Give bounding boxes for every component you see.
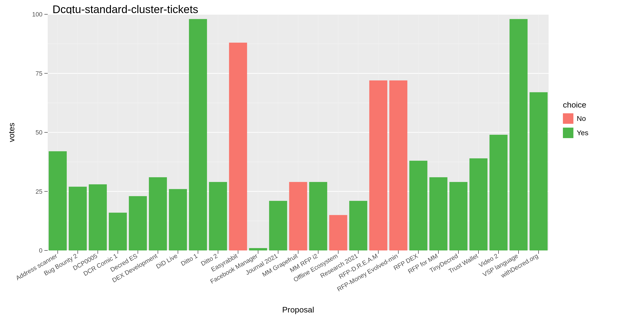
legend-label: Yes <box>577 129 588 137</box>
legend-title: choice <box>563 100 586 109</box>
chart-title: Dcqtu-standard-cluster-tickets <box>52 3 198 16</box>
legend-swatch <box>563 128 574 138</box>
bar <box>470 158 488 250</box>
bar <box>510 19 528 250</box>
bar <box>349 201 367 250</box>
y-tick-label: 25 <box>36 188 42 195</box>
legend-label: No <box>577 114 586 122</box>
bar <box>229 43 247 250</box>
y-axis-title: votes <box>7 122 16 142</box>
bar <box>409 161 428 250</box>
y-tick-label: 75 <box>36 70 42 77</box>
bar <box>169 189 187 250</box>
bar <box>269 201 287 250</box>
bar <box>249 248 267 250</box>
bar <box>49 151 67 250</box>
y-tick-label: 0 <box>39 247 42 254</box>
x-axis-title: Proposal <box>282 305 314 314</box>
bar <box>289 182 307 250</box>
bar-chart: Dcqtu-standard-cluster-tickets0255075100… <box>0 0 644 322</box>
bar <box>149 177 167 250</box>
bar <box>369 80 387 250</box>
bar <box>189 19 207 250</box>
x-tick-label: DiD Live <box>155 252 179 270</box>
y-tick-label: 50 <box>36 129 42 136</box>
bar <box>89 184 107 250</box>
chart-container: Dcqtu-standard-cluster-tickets0255075100… <box>0 0 644 322</box>
bar <box>309 182 327 250</box>
bar <box>69 187 87 250</box>
x-tick-label: Ditto 1 <box>180 252 199 268</box>
bar <box>429 177 448 250</box>
bar <box>449 182 468 250</box>
bar <box>329 215 347 251</box>
bar <box>389 80 408 250</box>
y-tick-label: 100 <box>32 11 42 18</box>
bar <box>109 213 127 250</box>
bar <box>490 135 508 250</box>
bar <box>209 182 227 250</box>
legend-swatch <box>563 113 574 124</box>
bar <box>129 196 147 250</box>
bar <box>530 92 548 250</box>
